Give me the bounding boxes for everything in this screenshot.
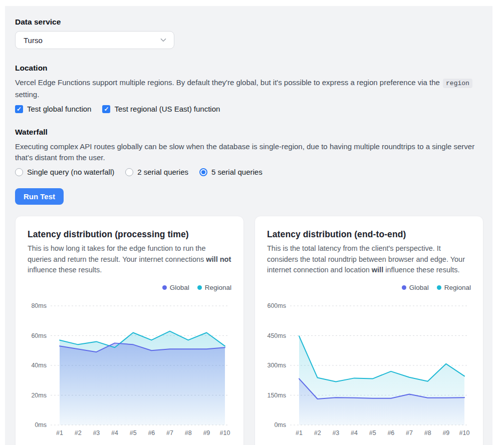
data-service-heading: Data service xyxy=(15,18,482,27)
svg-text:#5: #5 xyxy=(130,429,137,436)
chart-description-bold: will not xyxy=(206,255,231,263)
svg-text:#7: #7 xyxy=(166,429,173,436)
location-description: Vercel Edge Functions support multiple r… xyxy=(15,77,482,100)
svg-text:#7: #7 xyxy=(406,429,413,436)
legend-label: Global xyxy=(409,284,429,291)
checkbox-checked-icon[interactable]: ✓ xyxy=(15,105,23,113)
legend-item-regional[interactable]: Regional xyxy=(197,284,231,291)
end-to-end-card: Latency distribution (end-to-end) This i… xyxy=(255,216,483,445)
chart-description-text-2: influence these results. xyxy=(383,266,459,274)
svg-text:#1: #1 xyxy=(296,429,303,436)
chart-description-text-1: This is how long it takes for the edge f… xyxy=(28,244,206,263)
svg-text:#2: #2 xyxy=(314,429,321,436)
latency-chart-end-to-end[interactable]: 0ms150ms300ms450ms600ms#1#2#3#4#5#6#7#8#… xyxy=(267,294,471,445)
svg-text:#9: #9 xyxy=(203,429,210,436)
data-service-select[interactable]: Turso xyxy=(15,31,174,49)
svg-text:#9: #9 xyxy=(442,429,449,436)
radio-2-serial-queries[interactable]: 2 serial queries xyxy=(125,168,188,176)
radio-label: 5 serial queries xyxy=(211,168,263,176)
run-test-button[interactable]: Run Test xyxy=(15,188,64,205)
svg-text:80ms: 80ms xyxy=(31,302,47,309)
radio-label: Single query (no waterfall) xyxy=(27,168,114,176)
global-legend-dot-icon xyxy=(162,285,167,290)
data-service-selected-value: Turso xyxy=(24,36,43,45)
svg-text:#4: #4 xyxy=(111,429,118,436)
charts-row: Latency distribution (processing time) T… xyxy=(15,216,482,445)
regional-legend-dot-icon xyxy=(197,285,202,290)
legend-item-global[interactable]: Global xyxy=(162,284,189,291)
chart-title: Latency distribution (end-to-end) xyxy=(267,229,471,240)
processing-time-card: Latency distribution (processing time) T… xyxy=(15,216,244,445)
svg-text:#3: #3 xyxy=(332,429,339,436)
svg-text:300ms: 300ms xyxy=(267,362,286,369)
chart-description-text-2: influence these results. xyxy=(28,266,102,274)
radio-selected-icon[interactable] xyxy=(199,168,207,176)
waterfall-section: Waterfall Executing complex API routes g… xyxy=(15,128,482,176)
latency-chart-processing-time[interactable]: 0ms20ms40ms60ms80ms#1#2#3#4#5#6#7#8#9#10 xyxy=(28,294,231,445)
location-section: Location Vercel Edge Functions support m… xyxy=(15,64,482,113)
checkbox-label: Test global function xyxy=(27,105,91,113)
chart-description-bold: will xyxy=(372,266,383,274)
chart-legend: Global Regional xyxy=(267,284,471,291)
location-description-text-2: setting. xyxy=(15,90,39,99)
checkbox-checked-icon[interactable]: ✓ xyxy=(102,105,110,113)
svg-text:#2: #2 xyxy=(75,429,82,436)
svg-text:600ms: 600ms xyxy=(267,302,286,309)
location-checkbox-row: ✓ Test global function ✓ Test regional (… xyxy=(15,105,482,113)
svg-text:#8: #8 xyxy=(424,429,431,436)
radio-label: 2 serial queries xyxy=(137,168,188,176)
svg-text:#10: #10 xyxy=(220,429,230,436)
radio-unselected-icon[interactable] xyxy=(15,168,23,176)
chart-title: Latency distribution (processing time) xyxy=(28,229,231,240)
page-panel: Data service Turso Location Vercel Edge … xyxy=(5,6,492,445)
svg-text:#10: #10 xyxy=(459,429,470,436)
svg-text:0ms: 0ms xyxy=(274,421,286,428)
svg-text:60ms: 60ms xyxy=(31,332,47,339)
svg-text:#5: #5 xyxy=(369,429,376,436)
radio-5-serial-queries[interactable]: 5 serial queries xyxy=(199,168,263,176)
svg-text:40ms: 40ms xyxy=(31,362,47,369)
global-legend-dot-icon xyxy=(402,285,406,290)
svg-text:#6: #6 xyxy=(148,429,155,436)
region-code-chip: region xyxy=(443,79,472,88)
checkbox-test-regional-function[interactable]: ✓ Test regional (US East) function xyxy=(102,105,220,113)
svg-text:#4: #4 xyxy=(351,429,358,436)
checkbox-test-global-function[interactable]: ✓ Test global function xyxy=(15,105,91,113)
location-heading: Location xyxy=(15,64,482,73)
location-description-text-1: Vercel Edge Functions support multiple r… xyxy=(15,78,440,87)
chart-description: This is the total latency from the clien… xyxy=(267,243,471,276)
waterfall-description: Executing complex API routes globally ca… xyxy=(15,141,478,163)
waterfall-heading: Waterfall xyxy=(15,128,482,137)
chart-description: This is how long it takes for the edge f… xyxy=(28,243,231,276)
legend-label: Global xyxy=(170,284,189,291)
form-content: Data service Turso Location Vercel Edge … xyxy=(5,6,492,445)
radio-single-query[interactable]: Single query (no waterfall) xyxy=(15,168,114,176)
svg-text:0ms: 0ms xyxy=(35,421,47,428)
svg-text:#8: #8 xyxy=(185,429,192,436)
waterfall-radio-row: Single query (no waterfall) 2 serial que… xyxy=(15,168,482,176)
legend-label: Regional xyxy=(205,284,231,291)
svg-text:450ms: 450ms xyxy=(267,332,286,339)
checkbox-label: Test regional (US East) function xyxy=(114,105,220,113)
svg-text:#6: #6 xyxy=(387,429,394,436)
legend-label: Regional xyxy=(444,284,471,291)
svg-text:#3: #3 xyxy=(93,429,100,436)
svg-text:150ms: 150ms xyxy=(267,391,286,398)
regional-legend-dot-icon xyxy=(437,285,441,290)
svg-text:20ms: 20ms xyxy=(31,391,47,398)
legend-item-global[interactable]: Global xyxy=(402,284,429,291)
chevron-down-icon xyxy=(159,36,168,45)
chart-legend: Global Regional xyxy=(28,284,231,291)
legend-item-regional[interactable]: Regional xyxy=(437,284,471,291)
radio-unselected-icon[interactable] xyxy=(125,168,133,176)
svg-text:#1: #1 xyxy=(56,429,63,436)
